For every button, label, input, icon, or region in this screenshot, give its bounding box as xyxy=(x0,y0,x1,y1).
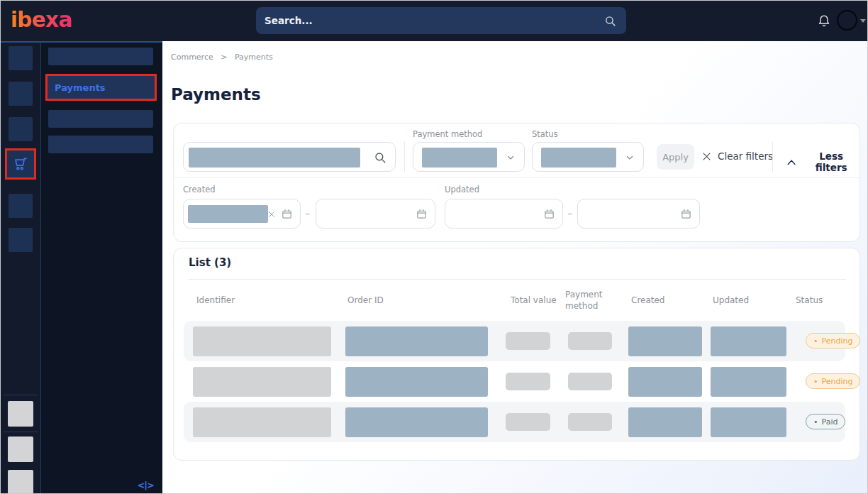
bottom-menu-placeholder-1[interactable] xyxy=(8,401,33,427)
payment-row[interactable]: • Pending xyxy=(184,321,845,361)
clear-filters-label: Clear filters xyxy=(718,150,773,162)
page-title: Payments xyxy=(171,85,261,104)
notifications-bell-icon[interactable] xyxy=(816,13,832,30)
menu-item-placeholder-2[interactable] xyxy=(9,82,33,106)
badge-dot: • xyxy=(813,336,818,346)
annotation-box-payments: Payments xyxy=(45,74,157,101)
redacted-created xyxy=(628,367,702,397)
calendar-icon[interactable] xyxy=(680,208,692,220)
search-icon[interactable] xyxy=(604,15,616,27)
annotation-box-commerce xyxy=(5,148,36,180)
menu-item-placeholder-4[interactable] xyxy=(9,194,33,218)
bottom-menu-placeholder-3[interactable] xyxy=(8,470,33,494)
column-header-total-value: Total value xyxy=(511,295,557,305)
ibexa-logo[interactable]: ibexa xyxy=(11,7,72,32)
column-header-order-id: Order ID xyxy=(347,295,384,305)
filter-divider xyxy=(404,142,405,172)
column-header-payment-method: Payment method xyxy=(565,290,604,312)
submenu-item-placeholder-2[interactable] xyxy=(48,110,153,128)
filters-panel: Payment method Status Apply xyxy=(173,123,860,242)
redacted-created-from-value xyxy=(188,205,268,223)
list-title: List (3) xyxy=(189,256,231,269)
redacted-order-id xyxy=(345,407,488,437)
created-to-date-input[interactable] xyxy=(316,199,435,229)
column-header-updated: Updated xyxy=(713,295,749,305)
less-filters-button[interactable]: Less filters xyxy=(786,150,859,173)
badge-dot: • xyxy=(813,417,818,427)
rail-divider xyxy=(4,395,38,395)
main-content: Commerce > Payments Payments Payment met… xyxy=(162,41,868,494)
clear-x-icon[interactable] xyxy=(267,210,276,219)
redacted-updated xyxy=(711,367,786,397)
redacted-updated xyxy=(711,326,786,356)
redacted-payment-method xyxy=(568,332,612,350)
bottom-menu-placeholder-2[interactable] xyxy=(8,437,33,462)
sidebar-item-payments-label: Payments xyxy=(55,82,106,93)
filter-divider xyxy=(772,142,773,172)
breadcrumb-payments: Payments xyxy=(235,53,273,62)
user-menu-caret-down-icon[interactable] xyxy=(860,19,866,23)
global-search-input[interactable] xyxy=(256,15,604,26)
redacted-identifier xyxy=(193,367,331,397)
date-range-dash: – xyxy=(305,207,310,219)
redacted-search-value xyxy=(189,148,360,168)
badge-label: Pending xyxy=(822,336,853,346)
created-from-date-input[interactable] xyxy=(183,199,301,229)
topbar: ibexa xyxy=(1,1,868,41)
redacted-created xyxy=(628,407,702,437)
column-header-identifier: Identifier xyxy=(196,295,235,305)
filter-row-divider xyxy=(174,177,859,178)
sidebar-item-payments[interactable]: Payments xyxy=(48,76,155,99)
badge-label: Paid xyxy=(822,417,838,427)
updated-from-date-input[interactable] xyxy=(445,199,563,229)
redacted-order-id xyxy=(345,367,488,397)
menu-item-placeholder-1[interactable] xyxy=(9,46,33,70)
redacted-created xyxy=(628,326,702,356)
chevron-down-icon xyxy=(506,153,516,162)
redacted-payment-method xyxy=(568,373,612,390)
menu-item-placeholder-5[interactable] xyxy=(9,228,33,252)
user-avatar[interactable] xyxy=(837,10,857,31)
payments-list-panel: List (3) Identifier Order ID Total value… xyxy=(173,248,860,461)
badge-dot: • xyxy=(813,377,818,386)
calendar-icon[interactable] xyxy=(281,208,293,220)
status-badge: • Pending xyxy=(806,333,860,348)
submenu-item-placeholder-3[interactable] xyxy=(48,136,153,153)
badge-label: Pending xyxy=(822,377,853,386)
apply-button[interactable]: Apply xyxy=(657,144,694,170)
search-icon[interactable] xyxy=(374,151,386,164)
menu-item-placeholder-3[interactable] xyxy=(9,117,33,141)
redacted-identifier xyxy=(193,326,331,356)
status-select[interactable] xyxy=(532,142,644,172)
status-label: Status xyxy=(532,129,558,139)
breadcrumb: Commerce > Payments xyxy=(171,53,278,62)
redacted-status-value xyxy=(541,148,616,168)
calendar-icon[interactable] xyxy=(543,208,555,220)
updated-label: Updated xyxy=(445,185,479,194)
date-range-dash: – xyxy=(567,207,572,219)
x-icon xyxy=(701,151,712,162)
calendar-icon[interactable] xyxy=(416,208,428,220)
redacted-updated xyxy=(711,407,786,437)
clear-filters-button[interactable]: Clear filters xyxy=(701,150,773,162)
breadcrumb-commerce[interactable]: Commerce xyxy=(171,53,213,62)
shopping-cart-icon[interactable] xyxy=(11,155,30,173)
sidebar-collapse-icon[interactable]: <|> xyxy=(137,480,154,490)
payment-row[interactable]: • Pending xyxy=(184,361,845,402)
redacted-identifier xyxy=(193,407,331,437)
chevron-down-icon xyxy=(625,153,635,162)
payment-method-label: Payment method xyxy=(413,129,482,139)
main-menu-rail xyxy=(1,41,40,494)
breadcrumb-separator: > xyxy=(221,53,227,62)
filter-search-input[interactable] xyxy=(183,142,396,172)
submenu-item-placeholder-1[interactable] xyxy=(48,48,153,65)
created-label: Created xyxy=(183,185,216,194)
payment-row[interactable]: • Paid xyxy=(184,402,845,442)
payment-method-select[interactable] xyxy=(413,142,525,172)
redacted-total-value xyxy=(506,413,550,431)
list-divider xyxy=(189,279,846,280)
less-filters-label: Less filters xyxy=(803,150,859,173)
column-header-created: Created xyxy=(631,295,665,305)
redacted-order-id xyxy=(345,326,488,356)
updated-to-date-input[interactable] xyxy=(577,199,700,229)
